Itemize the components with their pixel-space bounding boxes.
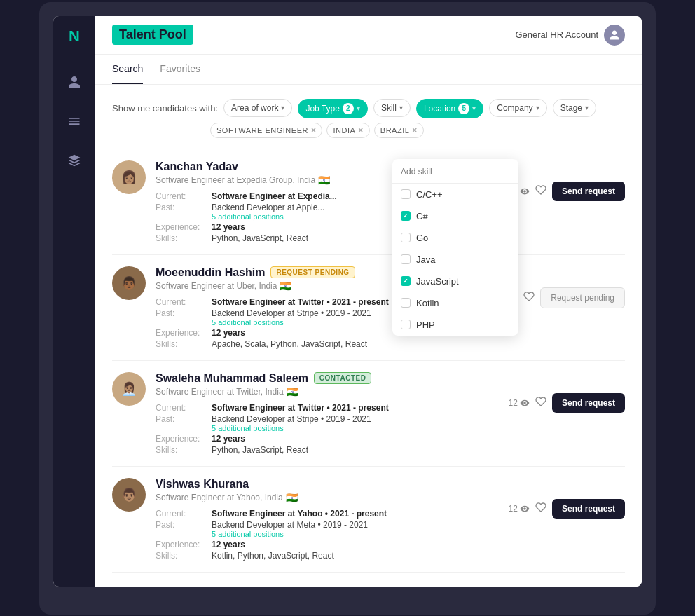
experience-label: Experience: xyxy=(156,328,212,338)
filter-skill[interactable]: Skill ▾ xyxy=(373,99,411,117)
favorite-icon[interactable] xyxy=(535,184,546,198)
experience-label: Experience: xyxy=(156,434,212,444)
detail-value: Backend Developer at Apple... xyxy=(212,203,324,212)
detail-label: Current: xyxy=(156,403,212,413)
candidate-avatar: 👨🏾 xyxy=(112,266,146,300)
filter-job-type[interactable]: Job Type 2 ▾ xyxy=(298,99,367,118)
skill-label-go: Go xyxy=(416,233,428,243)
detail-value: Software Engineer at Twitter • 2021 - pr… xyxy=(212,297,389,307)
account-name: General HR Account xyxy=(515,29,598,40)
skill-search-container xyxy=(392,159,518,184)
send-request-button[interactable]: Send request xyxy=(552,393,625,413)
candidate-details: Current:Software Engineer at Twitter • 2… xyxy=(156,403,499,455)
chevron-down-icon-jobtype: ▾ xyxy=(357,104,360,112)
candidate-name: Swaleha Muhammad Saleem xyxy=(156,372,308,385)
additional-positions[interactable]: 5 additional positions xyxy=(212,530,499,538)
chevron-down-icon-company: ▾ xyxy=(536,104,539,111)
send-request-button[interactable]: Send request xyxy=(552,182,625,201)
skill-checkbox-csharp xyxy=(401,211,411,221)
favorite-icon[interactable] xyxy=(535,502,546,516)
candidate-info: Vishwas KhuranaSoftware Engineer at Yaho… xyxy=(156,478,499,561)
skill-item-csharp[interactable]: C# xyxy=(392,205,518,227)
request-pending-button: Request pending xyxy=(540,287,625,308)
favorite-icon[interactable] xyxy=(523,291,535,305)
detail-value: Software Engineer at Yahoo • 2021 - pres… xyxy=(212,509,387,519)
skill-item-php[interactable]: PHP xyxy=(392,314,518,336)
views-count: 12 xyxy=(509,504,530,514)
candidate-details: Current:Software Engineer at Yahoo • 202… xyxy=(156,509,499,561)
filter-company[interactable]: Company ▾ xyxy=(489,99,546,117)
sidebar-icon-users[interactable] xyxy=(63,71,85,93)
candidate-title: Software Engineer at Twitter, India 🇮🇳 xyxy=(156,386,499,397)
experience-label: Experience: xyxy=(156,222,212,232)
skill-checkbox-php xyxy=(401,320,411,329)
status-badge: CONTACTED xyxy=(314,372,372,384)
detail-label: Past: xyxy=(156,414,212,432)
candidate-title: Software Engineer at Yahoo, India 🇮🇳 xyxy=(156,492,499,503)
detail-label: Current: xyxy=(156,509,212,519)
skill-label-php: PHP xyxy=(416,320,435,330)
skill-checkbox-kotlin xyxy=(401,298,411,308)
detail-value: Software Engineer at Twitter • 2021 - pr… xyxy=(212,403,389,413)
experience-label: Experience: xyxy=(156,540,212,549)
skills-label: Skills: xyxy=(156,233,212,243)
active-tag-brazil: BRAZIL × xyxy=(374,123,424,138)
skills-label: Skills: xyxy=(156,339,212,349)
remove-tag-se[interactable]: × xyxy=(311,125,317,135)
experience-value: 12 years xyxy=(212,540,499,549)
candidate-card: 👩🏽‍💼Swaleha Muhammad SaleemCONTACTEDSoft… xyxy=(112,361,625,467)
favorite-icon[interactable] xyxy=(535,396,546,410)
header: Talent Pool General HR Account xyxy=(95,16,642,55)
filter-row: Show me candidates with: Area of work ▾ … xyxy=(112,99,625,118)
skill-item-java[interactable]: Java xyxy=(392,249,518,271)
filter-area-of-work[interactable]: Area of work ▾ xyxy=(223,99,292,117)
detail-label: Past: xyxy=(156,203,212,221)
skill-dropdown: C/C++C#GoJavaJavaScriptKotlinPHP xyxy=(392,159,518,336)
skills-value: Python, JavaScript, React xyxy=(212,445,499,455)
additional-positions[interactable]: 5 additional positions xyxy=(212,424,499,432)
sidebar-icon-layers[interactable] xyxy=(63,149,85,172)
skill-checkbox-go xyxy=(401,233,411,242)
send-request-button[interactable]: Send request xyxy=(552,499,625,519)
tab-favorites[interactable]: Favorites xyxy=(160,55,200,84)
candidate-name-row: Vishwas Khurana xyxy=(156,478,499,491)
remove-tag-brazil[interactable]: × xyxy=(412,125,418,135)
remove-tag-india[interactable]: × xyxy=(358,125,364,135)
chevron-down-icon-skill: ▾ xyxy=(399,104,403,111)
chevron-down-icon-stage: ▾ xyxy=(585,104,589,111)
skills-value: Kotlin, Python, JavaScript, React xyxy=(212,551,499,561)
candidate-card: 👨🏽Vishwas KhuranaSoftware Engineer at Ya… xyxy=(112,467,625,573)
detail-value: Software Engineer at Expedia... xyxy=(212,191,337,201)
detail-value: Backend Developer at Stripe • 2019 - 202… xyxy=(212,414,371,424)
skill-list: C/C++C#GoJavaJavaScriptKotlinPHP xyxy=(392,184,518,336)
skill-item-cpp[interactable]: C/C++ xyxy=(392,184,518,205)
skills-value: Apache, Scala, Python, JavaScript, React xyxy=(212,339,487,349)
filter-stage[interactable]: Stage ▾ xyxy=(553,99,596,117)
candidate-name: Kanchan Yadav xyxy=(156,160,238,173)
skill-item-kotlin[interactable]: Kotlin xyxy=(392,292,518,314)
main-content: Talent Pool General HR Account Search Fa… xyxy=(95,16,642,587)
skill-item-javascript[interactable]: JavaScript xyxy=(392,271,518,292)
candidate-actions: 12 Send request xyxy=(509,160,625,201)
candidate-name-row: Swaleha Muhammad SaleemCONTACTED xyxy=(156,372,499,385)
experience-value: 12 years xyxy=(212,434,499,444)
skill-label-javascript: JavaScript xyxy=(416,276,459,287)
filter-label: Show me candidates with: xyxy=(112,99,218,114)
candidates-list: 👩🏽Kanchan YadavSoftware Engineer at Expe… xyxy=(112,149,625,573)
status-badge: REQUEST PENDING xyxy=(270,266,355,278)
views-count: 12 xyxy=(509,398,530,408)
detail-label: Past: xyxy=(156,520,212,538)
skill-checkbox-cpp xyxy=(401,189,411,199)
filter-location[interactable]: Location 5 ▾ xyxy=(416,99,483,118)
candidate-card: 👩🏽Kanchan YadavSoftware Engineer at Expe… xyxy=(112,149,625,255)
tab-search[interactable]: Search xyxy=(112,55,143,84)
skill-item-go[interactable]: Go xyxy=(392,227,518,249)
candidate-info: Swaleha Muhammad SaleemCONTACTEDSoftware… xyxy=(156,372,499,455)
candidate-actions: 12 Send request xyxy=(509,478,625,519)
candidate-name: Vishwas Khurana xyxy=(156,478,249,491)
avatar xyxy=(604,25,625,46)
detail-value: Backend Developer at Meta • 2019 - 2021 xyxy=(212,520,368,530)
skill-search-input[interactable] xyxy=(401,167,510,177)
sidebar-icon-settings[interactable] xyxy=(63,110,85,132)
app-title: Talent Pool xyxy=(112,25,193,45)
